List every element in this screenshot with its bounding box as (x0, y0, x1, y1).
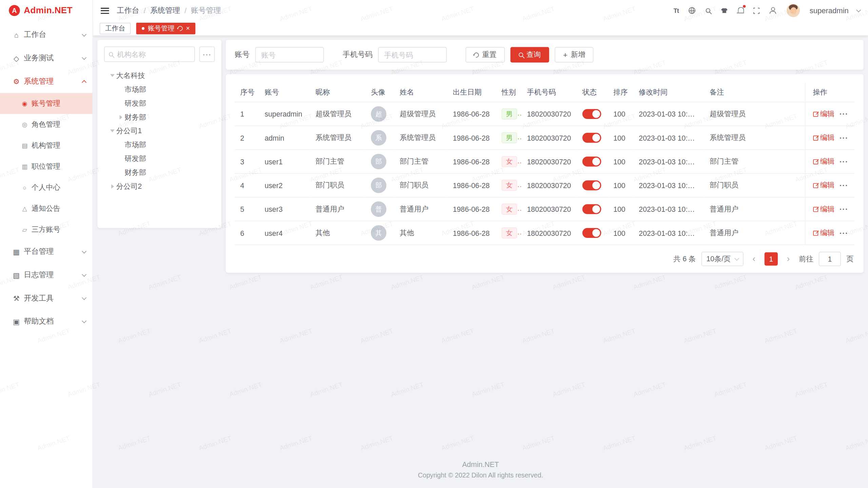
tree-node[interactable]: 财务部 (104, 165, 215, 179)
table-row: 6user4其他其其他1986-06-28女180200307201002023… (235, 221, 855, 245)
sidebar-item-system-management[interactable]: ⚙系统管理 (0, 70, 93, 93)
sidebar-item-help-docs[interactable]: ▣帮助文档 (0, 310, 93, 333)
status-toggle[interactable] (583, 109, 601, 119)
cell-nickname: 普通用户 (310, 197, 365, 221)
cell-nickname: 部门职员 (310, 174, 365, 197)
cell-nickname: 超级管理员 (310, 102, 365, 126)
tree-caret-expanded-icon[interactable] (110, 129, 115, 132)
status-toggle[interactable] (583, 157, 601, 166)
header-actions: Tt superadmin (671, 4, 861, 17)
more-actions-button[interactable]: ··· (840, 134, 848, 142)
status-toggle[interactable] (583, 204, 601, 214)
tree-caret-expanded-icon[interactable] (110, 74, 115, 77)
user-settings-icon[interactable] (768, 5, 777, 15)
status-toggle[interactable] (583, 180, 601, 190)
sidebar-item-position-management[interactable]: ▥职位管理 (0, 156, 93, 177)
more-actions-button[interactable]: ··· (840, 110, 848, 118)
edit-button[interactable]: 编辑 (813, 204, 835, 214)
breadcrumb-item[interactable]: 工作台 (117, 5, 139, 15)
edit-button[interactable]: 编辑 (813, 133, 835, 143)
sidebar-item-log-management[interactable]: ▧日志管理 (0, 263, 93, 287)
prev-page-button[interactable]: ‹ (749, 255, 759, 263)
sidebar-item-business-test[interactable]: ◇业务测试 (0, 46, 93, 70)
app-window: A Admin.NET ⌂工作台◇业务测试⚙系统管理◉账号管理◎角色管理▤机构管… (0, 0, 868, 488)
fullscreen-icon[interactable] (751, 5, 761, 15)
avatar[interactable] (787, 4, 800, 17)
sidebar-item-org-management[interactable]: ▤机构管理 (0, 135, 93, 156)
tree-node[interactable]: 分公司2 (104, 179, 215, 193)
tree-node[interactable]: 大名科技 (104, 68, 215, 82)
breadcrumb-item[interactable]: 系统管理 (150, 5, 180, 15)
phone-label: 手机号码 (343, 50, 373, 60)
goto-page-input[interactable] (819, 252, 841, 266)
tab-account-management[interactable]: 账号管理× (136, 22, 196, 34)
sidebar-item-notice-announcement[interactable]: △通知公告 (0, 198, 93, 219)
status-toggle[interactable] (583, 133, 601, 143)
more-actions-button[interactable]: ··· (840, 229, 848, 237)
more-actions-button[interactable]: ··· (840, 205, 848, 213)
tree-node[interactable]: 市场部 (104, 82, 215, 96)
edit-button[interactable]: 编辑 (813, 157, 835, 166)
org-search-input[interactable] (117, 50, 190, 58)
font-size-icon[interactable]: Tt (671, 5, 681, 15)
cell-birthday: 1986-06-28 (447, 221, 496, 245)
table-body: 1superadmin超级管理员超超级管理员1986-06-28男1802003… (235, 102, 855, 245)
account-input[interactable] (255, 47, 324, 63)
table-row: 4user2部门职员部部门职员1986-06-28女18020030720100… (235, 174, 855, 197)
theme-icon[interactable] (719, 5, 729, 15)
current-page[interactable]: 1 (765, 252, 778, 265)
close-icon[interactable]: × (186, 25, 190, 32)
sidebar-item-role-management[interactable]: ◎角色管理 (0, 114, 93, 135)
username[interactable]: superadmin (810, 6, 849, 15)
org-icon: ▤ (21, 142, 28, 149)
tab-label: 账号管理 (148, 23, 174, 33)
page-size-select[interactable]: 10条/页 (701, 252, 743, 266)
cell-remark: 部门主管 (704, 150, 805, 174)
sidebar-item-label: 工作台 (24, 30, 79, 40)
user-icon: ◉ (21, 100, 28, 107)
reset-button[interactable]: 重置 (466, 47, 505, 63)
status-toggle[interactable] (583, 228, 601, 238)
sidebar-menu: ⌂工作台◇业务测试⚙系统管理◉账号管理◎角色管理▤机构管理▥职位管理○个人中心△… (0, 23, 93, 333)
edit-icon (813, 183, 818, 188)
edit-button[interactable]: 编辑 (813, 180, 835, 190)
cell-name: 部门职员 (394, 174, 447, 197)
tree-caret-collapsed-icon[interactable] (111, 184, 114, 188)
bell-icon[interactable] (735, 5, 745, 15)
tree-node[interactable]: 市场部 (104, 138, 215, 152)
search-icon[interactable] (703, 5, 713, 15)
sidebar-item-dev-tools[interactable]: ⚒开发工具 (0, 287, 93, 310)
tab-workbench[interactable]: 工作台 (100, 22, 131, 34)
refresh-icon[interactable] (177, 25, 183, 32)
sidebar-item-account-management[interactable]: ◉账号管理 (0, 93, 93, 114)
logo[interactable]: A Admin.NET (0, 0, 93, 21)
cell-modified: 2023-01-03 10:59:44 (633, 126, 704, 149)
edit-button[interactable]: 编辑 (813, 228, 835, 238)
phone-input[interactable] (378, 47, 447, 63)
sidebar-item-platform-management[interactable]: ▦平台管理 (0, 240, 93, 264)
cell-modified: 2023-01-03 10:59:44 (633, 102, 704, 126)
column-header: 备注 (704, 83, 805, 102)
tree-node[interactable]: 研发部 (104, 151, 215, 165)
org-more-button[interactable]: ··· (199, 46, 215, 62)
sidebar-item-third-party-account[interactable]: ▱三方账号 (0, 219, 93, 240)
locale-icon[interactable] (687, 5, 697, 15)
edit-button[interactable]: 编辑 (813, 109, 835, 119)
hamburger-icon[interactable] (101, 7, 109, 14)
more-actions-button[interactable]: ··· (840, 157, 848, 165)
tree-node[interactable]: 研发部 (104, 96, 215, 110)
add-button[interactable]: +新增 (555, 47, 594, 63)
tree-caret-collapsed-icon[interactable] (119, 115, 122, 119)
tree-node[interactable]: 财务部 (104, 110, 215, 124)
org-search-field[interactable] (104, 46, 195, 62)
more-actions-button[interactable]: ··· (840, 181, 848, 189)
sidebar-item-personal-center[interactable]: ○个人中心 (0, 177, 93, 198)
cell-no: 1 (235, 102, 259, 126)
search-button[interactable]: 查询 (510, 47, 549, 63)
cell-account: user4 (259, 221, 310, 245)
breadcrumb-item[interactable]: 账号管理 (191, 5, 221, 15)
sidebar-item-workbench[interactable]: ⌂工作台 (0, 23, 93, 47)
next-page-button[interactable]: › (783, 255, 793, 263)
tree-node[interactable]: 分公司1 (104, 124, 215, 138)
chevron-down-icon (82, 32, 86, 36)
